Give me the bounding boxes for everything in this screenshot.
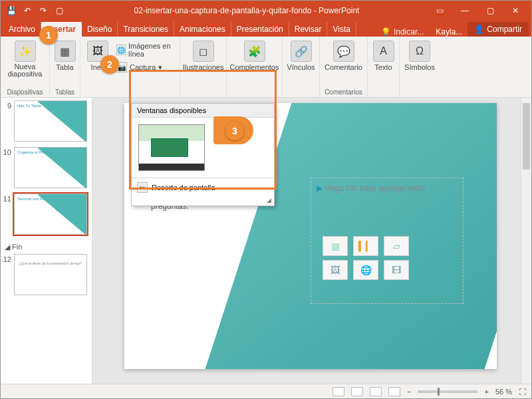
tutorial-callout-3: 3 [225,122,244,140]
fit-to-window-button[interactable]: ⛶ [519,388,526,396]
tutorial-callout-1: 1 [39,26,58,45]
insert-chart-icon[interactable]: ▍▎ [353,236,378,256]
comment-button[interactable]: 💬 Comentario [322,39,365,72]
tab-vista[interactable]: Vista [327,22,356,37]
links-button[interactable]: 🔗 Vínculos [284,39,317,72]
zoom-slider[interactable] [418,390,477,393]
screen-clipping-item[interactable]: ✂Recorte de pantalla [132,178,274,197]
text-button[interactable]: A Texto [370,39,397,72]
zoom-out-button[interactable]: − [407,388,411,396]
insert-smartart-icon[interactable]: ▱ [384,236,409,256]
close-icon[interactable]: ✕ [506,6,525,15]
symbol-icon: Ω [409,41,430,62]
share-button[interactable]: 👤 Compartir [467,22,529,37]
tell-me[interactable]: 💡 Indicar... [374,27,430,37]
placeholder-icons[interactable]: ▦ ▍▎ ▱ 🖼 🌐 🎞 [323,236,410,280]
slide-number: 10 [2,147,11,188]
group-tables-label: Tablas [55,88,74,96]
table-icon: ▦ [55,41,76,62]
insert-picture-icon[interactable]: 🖼 [323,260,348,280]
title-bar: 💾 ↶ ↷ ▢ 02-insertar-una-captura-de-panta… [1,1,531,21]
start-slideshow-icon[interactable]: ▢ [54,5,65,16]
online-pictures-button[interactable]: 🌐Imágenes en línea [114,41,176,59]
reading-view-button[interactable] [370,387,382,396]
slide-thumb-10[interactable]: Organiza tu Presentación [14,147,87,188]
tab-revisar[interactable]: Revisar [289,22,328,37]
addins-icon: 🧩 [244,41,265,62]
tab-presentacion[interactable]: Presentación [231,22,289,37]
screenshot-button[interactable]: 📷Captura ▾ [114,61,176,74]
insert-online-picture-icon[interactable]: 🌐 [353,260,378,280]
new-slide-button[interactable]: ✨ Nueva diapositiva [5,39,45,79]
zoom-in-button[interactable]: + [484,388,488,396]
group-comments-label: Comentarios [325,88,362,96]
undo-icon[interactable]: ↶ [22,5,33,16]
screenshot-dropdown: Ventanas disponibles ✂Recorte de pantall… [131,103,275,206]
tab-file[interactable]: Archivo [3,22,41,37]
normal-view-button[interactable] [332,387,344,396]
ribbon-options-icon[interactable]: ▭ [430,6,449,15]
slideshow-view-button[interactable] [388,387,400,396]
textbox-icon: A [373,41,394,62]
tab-diseno[interactable]: Diseño [82,22,118,37]
slide-number: 12 [2,254,11,295]
comment-icon: 💬 [333,41,354,62]
dropdown-header: Ventanas disponibles [132,104,274,118]
available-window-thumb[interactable] [138,124,205,171]
tab-transiciones[interactable]: Transiciones [118,22,174,37]
addins-button[interactable]: 🧩 Complementos [227,39,282,72]
save-icon[interactable]: 💾 [6,5,17,16]
screen-clipping-icon: ✂ [137,182,148,193]
group-slides-label: Diapositivas [7,88,43,96]
ribbon: ✨ Nueva diapositiva Diapositivas ▦ Tabla… [1,37,531,98]
ribbon-tabs: Archivo Insertar Diseño Transiciones Ani… [1,21,531,37]
table-button[interactable]: ▦ Tabla [52,39,78,72]
slide-thumb-12[interactable]: ¿Qué se llevan de la presentación de hoy… [14,254,87,295]
slide-number: 11 [2,194,11,235]
tutorial-callout-2: 2 [100,55,119,74]
new-slide-icon: ✨ [15,41,36,62]
vertical-scrollbar[interactable] [521,98,531,384]
sorter-view-button[interactable] [351,387,363,396]
insert-video-icon[interactable]: 🎞 [384,260,409,280]
slide-thumb-11[interactable]: Termina con Fuerza [14,194,87,235]
link-icon: 🔗 [291,41,312,62]
shapes-icon: ◻ [193,41,214,62]
tab-animaciones[interactable]: Animaciones [174,22,231,37]
maximize-icon[interactable]: ▢ [481,6,499,15]
section-header[interactable]: ◢ Fin [2,240,89,254]
insert-table-icon[interactable]: ▦ [323,236,348,256]
slide-number: 9 [2,100,11,142]
minimize-icon[interactable]: — [456,6,474,15]
window-title: 02-insertar-una-captura-de-pantalla-y-qu… [70,6,424,15]
symbols-button[interactable]: Ω Símbolos [402,39,438,72]
online-pictures-icon: 🌐 [116,45,126,55]
status-bar: − + 56 % ⛶ [1,384,531,398]
resize-grip-icon[interactable]: ◢ [132,197,274,205]
signed-in-user[interactable]: Kayla... [430,27,467,37]
zoom-level[interactable]: 56 % [495,388,512,396]
slide-thumb-9[interactable]: Has Tu Tarea [14,100,87,142]
slide-thumbnail-pane[interactable]: 9 Has Tu Tarea 10 Organiza tu Presentaci… [1,98,92,384]
illustrations-button[interactable]: ◻ Ilustraciones [180,39,227,72]
redo-icon[interactable]: ↷ [38,5,49,16]
